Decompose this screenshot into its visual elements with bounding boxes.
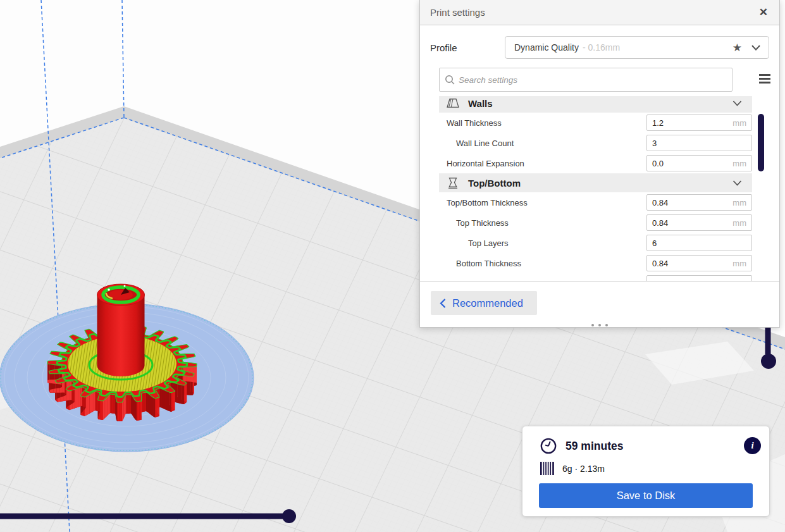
setting-label: Top Layers <box>439 238 509 248</box>
material-icon <box>540 462 554 475</box>
material-usage: 6g · 2.13m <box>562 464 605 474</box>
section-header-walls[interactable]: Walls <box>439 96 752 113</box>
back-chevron-icon <box>440 299 446 308</box>
settings-scrollbar[interactable] <box>758 114 764 171</box>
walls-icon <box>445 98 460 108</box>
profile-layer-height: - 0.16mm <box>583 42 620 53</box>
setting-input[interactable] <box>646 275 752 281</box>
settings-menu-icon[interactable] <box>759 74 770 84</box>
section-label: Walls <box>468 98 493 109</box>
volume-edge-back-vertical <box>122 0 124 118</box>
profile-value: Dynamic Quality <box>514 42 579 53</box>
setting-row-wall-thickness: Wall Thickness1.2mm <box>439 113 752 133</box>
setting-unit: mm <box>732 198 746 207</box>
setting-label: Horizontal Expansion <box>439 159 524 168</box>
close-icon[interactable]: ✕ <box>759 7 768 18</box>
recommended-button[interactable]: Recommended <box>431 291 537 315</box>
setting-row-partial <box>439 273 752 281</box>
setting-value: 0.84 <box>647 259 668 268</box>
setting-label: Wall Thickness <box>439 118 502 128</box>
section-header-top-bottom[interactable]: Top/Bottom <box>439 173 752 192</box>
setting-label: Top/Bottom Thickness <box>439 198 528 207</box>
setting-input[interactable]: 0.84mm <box>646 255 752 271</box>
setting-input[interactable]: 0.84mm <box>646 194 752 211</box>
setting-value: 0.84 <box>647 198 668 207</box>
setting-unit: mm <box>732 218 746 228</box>
setting-unit: mm <box>732 118 746 128</box>
print-time: 59 minutes <box>566 440 623 453</box>
setting-unit: mm <box>732 259 746 268</box>
profile-dropdown[interactable]: Dynamic Quality - 0.16mm ★ <box>505 36 769 59</box>
profile-label: Profile <box>430 42 505 53</box>
settings-list[interactable]: WallsWall Thickness1.2mmWall Line Count3… <box>439 96 752 281</box>
info-icon[interactable]: i <box>744 437 761 454</box>
panel-header: Print settings ✕ <box>420 0 779 25</box>
clock-icon <box>540 437 557 455</box>
search-input[interactable] <box>439 68 732 92</box>
save-to-disk-button[interactable]: Save to Disk <box>539 483 753 508</box>
print-summary-card: 59 minutes i 6g · 2.13m Save to Disk <box>522 426 770 517</box>
axis-ball-right <box>761 354 776 369</box>
star-icon[interactable]: ★ <box>732 41 742 54</box>
setting-input[interactable]: 6 <box>646 235 752 251</box>
setting-label: Wall Line Count <box>439 139 514 148</box>
setting-value: 3 <box>647 139 657 148</box>
chevron-down-icon <box>751 45 760 51</box>
setting-row-top-layers: Top Layers6 <box>439 233 752 253</box>
print-settings-panel: Print settings ✕ Profile Dynamic Quality… <box>419 0 780 328</box>
recommended-label: Recommended <box>452 297 523 309</box>
chevron-down-icon[interactable] <box>732 180 742 186</box>
topbottom-icon <box>445 177 460 189</box>
material-row: 6g · 2.13m <box>540 462 605 475</box>
setting-label: Top Thickness <box>439 218 509 228</box>
panel-title: Print settings <box>430 7 485 18</box>
setting-input[interactable]: 0.84mm <box>646 214 752 231</box>
setting-value: 0.0 <box>647 159 664 168</box>
setting-row-wall-line-count: Wall Line Count3 <box>439 133 752 153</box>
profile-row: Profile Dynamic Quality - 0.16mm ★ <box>430 36 769 59</box>
setting-unit: mm <box>732 159 746 168</box>
setting-input[interactable]: 0.0mm <box>646 155 752 171</box>
setting-row-top-thickness: Top Thickness0.84mm <box>439 213 752 233</box>
search-row <box>439 68 762 92</box>
setting-value: 6 <box>647 238 657 248</box>
axis-ball-front <box>282 509 296 523</box>
setting-row-bottom-thickness: Bottom Thickness0.84mm <box>439 253 752 273</box>
setting-row-horizontal-expansion: Horizontal Expansion0.0mm <box>439 153 752 173</box>
panel-resize-handle[interactable] <box>420 324 779 326</box>
chevron-down-icon[interactable] <box>732 101 742 106</box>
setting-label: Bottom Thickness <box>439 259 521 268</box>
setting-row-top-bottom-thickness: Top/Bottom Thickness0.84mm <box>439 192 752 213</box>
setting-input[interactable]: 1.2mm <box>646 114 752 131</box>
panel-footer: Recommended <box>420 281 779 327</box>
section-label: Top/Bottom <box>468 178 521 189</box>
setting-value: 0.84 <box>647 218 668 228</box>
setting-input[interactable]: 3 <box>646 135 752 151</box>
setting-value: 1.2 <box>647 118 664 128</box>
print-time-row: 59 minutes <box>540 437 623 455</box>
